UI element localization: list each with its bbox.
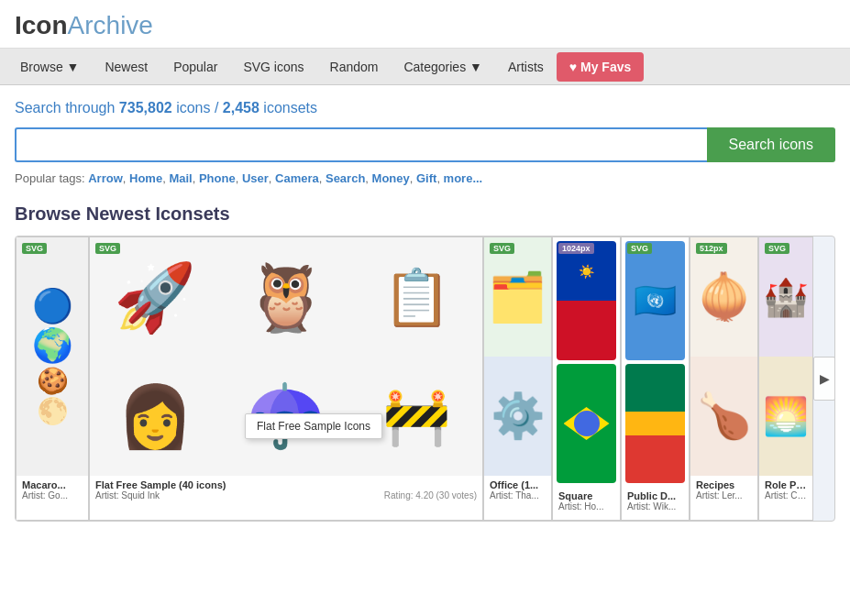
main-content: Search through 735,802 icons / 2,458 ico…	[0, 85, 850, 536]
iconsets-count: 2,458	[223, 100, 259, 116]
card-artist-macarons: Artist: Go...	[22, 490, 83, 500]
logo-archive-text: Archive	[68, 11, 153, 40]
card-square[interactable]: 1024px ☀️ Square Artist: Ho...	[552, 236, 621, 521]
nav-artists[interactable]: Artists	[495, 49, 557, 85]
card-artist-flat: Artist: Squid Ink	[95, 490, 226, 500]
tag-gift[interactable]: Gift	[416, 171, 436, 185]
card-office[interactable]: SVG 🗂️ ⚙️ Office (1... Artist: Tha...	[483, 236, 552, 521]
badge-svg-office: SVG	[490, 243, 514, 254]
badge-svg-flat: SVG	[95, 243, 120, 254]
badge-svg-macarons: SVG	[22, 243, 47, 254]
card-public-domain[interactable]: SVG 🇺🇳 Public D... Artist: Wik...	[621, 236, 690, 521]
badge-512-recipes: 512px	[696, 243, 727, 254]
subtitle-suffix: iconsets	[259, 100, 317, 116]
badge-svg-public: SVG	[627, 243, 652, 254]
card-role-play[interactable]: SVG 🏰 🌅 Role Pla... Artist: Cha...	[758, 236, 813, 521]
tag-user[interactable]: User	[242, 171, 269, 185]
popular-tags: Popular tags: Arrow, Home, Mail, Phone, …	[15, 171, 835, 185]
search-input[interactable]	[15, 127, 707, 162]
tag-search[interactable]: Search	[326, 171, 365, 185]
subtitle-middle: icons /	[172, 100, 223, 116]
search-button[interactable]: Search icons	[707, 127, 836, 162]
tag-mail[interactable]: Mail	[169, 171, 192, 185]
nav-my-favs[interactable]: ♥ My Favs	[557, 52, 644, 82]
nav-random[interactable]: Random	[317, 49, 392, 85]
card-footer-roleplay: Role Pla... Artist: Cha...	[759, 476, 812, 504]
header: IconArchive	[0, 0, 850, 49]
tag-arrow[interactable]: Arrow	[88, 171, 123, 185]
card-rating-flat: Rating: 4.20 (30 votes)	[384, 490, 477, 500]
card-footer-public: Public D... Artist: Wik...	[622, 487, 689, 515]
search-bar: Search icons	[15, 127, 835, 162]
tag-home[interactable]: Home	[129, 171, 162, 185]
card-recipes[interactable]: 512px 🧅 🍗 Recipes Artist: Ler...	[690, 236, 758, 521]
tag-camera[interactable]: Camera	[275, 171, 319, 185]
logo-icon-text: Icon	[15, 11, 68, 40]
badge-svg-roleplay: SVG	[765, 243, 789, 254]
card-macarons[interactable]: SVG 🔵 🌍 🍪 🌕 Macaro... Artist: Go...	[16, 236, 89, 521]
badge-1024-square: 1024px	[558, 243, 594, 254]
popular-label: Popular tags:	[15, 171, 88, 185]
iconsets-container: SVG 🔵 🌍 🍪 🌕 Macaro... Artist: Go... SVG	[15, 236, 835, 522]
card-title-macarons: Macaro...	[22, 479, 83, 490]
card-title-office: Office (1...	[490, 479, 546, 490]
card-title-roleplay: Role Pla...	[765, 479, 807, 490]
card-footer-square: Square Artist: Ho...	[553, 487, 620, 515]
card-footer-recipes: Recipes Artist: Ler...	[690, 476, 757, 504]
card-title-flat: Flat Free Sample (40 icons)	[95, 479, 226, 490]
tag-phone[interactable]: Phone	[199, 171, 236, 185]
card-footer-office: Office (1... Artist: Tha...	[484, 476, 551, 504]
card-footer-macarons: Macaro... Artist: Go...	[17, 476, 88, 504]
main-nav: Browse ▼ Newest Popular SVG icons Random…	[0, 49, 850, 85]
card-artist-recipes: Artist: Ler...	[696, 490, 752, 500]
icons-count: 735,802	[119, 100, 172, 116]
nav-browse[interactable]: Browse ▼	[7, 49, 92, 85]
card-artist-public: Artist: Wik...	[627, 501, 683, 512]
search-subtitle: Search through 735,802 icons / 2,458 ico…	[15, 100, 835, 116]
browse-title: Browse Newest Iconsets	[15, 204, 835, 225]
card-title-square: Square	[558, 490, 614, 501]
iconsets-wrapper: SVG 🔵 🌍 🍪 🌕 Macaro... Artist: Go... SVG	[15, 236, 835, 522]
tooltip-flat-free-sample: Flat Free Sample Icons	[245, 413, 382, 439]
card-flat-free-sample[interactable]: SVG 🚀 🦉 📋 👩 ☂️ 🚧 Flat Free Sample Icons	[89, 236, 483, 521]
card-title-public: Public D...	[627, 490, 683, 501]
logo: IconArchive	[15, 11, 835, 40]
nav-newest[interactable]: Newest	[92, 49, 160, 85]
nav-popular[interactable]: Popular	[160, 49, 230, 85]
subtitle-prefix: Search through	[15, 100, 119, 116]
card-title-recipes: Recipes	[696, 479, 752, 490]
card-artist-roleplay: Artist: Cha...	[765, 490, 807, 500]
card-artist-office: Artist: Tha...	[490, 490, 546, 500]
tag-more[interactable]: more...	[444, 171, 483, 185]
scroll-right-button[interactable]: ▶	[813, 357, 835, 401]
nav-svg-icons[interactable]: SVG icons	[230, 49, 316, 85]
tag-money[interactable]: Money	[372, 171, 410, 185]
nav-categories[interactable]: Categories ▼	[391, 49, 494, 85]
card-artist-square: Artist: Ho...	[558, 501, 614, 512]
card-footer-flat: Flat Free Sample (40 icons) Artist: Squi…	[90, 476, 482, 504]
